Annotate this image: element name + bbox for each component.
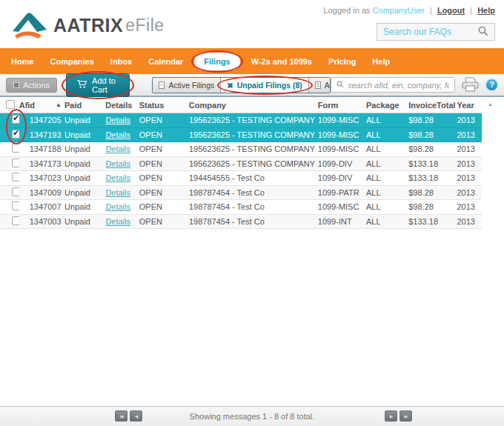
column-header-package[interactable]: Package <box>366 101 408 110</box>
nav-item[interactable]: Filings <box>191 53 242 70</box>
document-icon <box>159 81 165 89</box>
filter-button-label: Archived Filings <box>325 81 331 90</box>
filings-filter-button[interactable]: Active Filings <box>153 78 221 93</box>
actions-button[interactable]: Actions <box>6 78 57 93</box>
row-checkbox[interactable] <box>12 202 19 210</box>
row-checkbox[interactable] <box>12 159 19 167</box>
column-header-form[interactable]: Form <box>318 101 366 110</box>
row-checkbox[interactable] <box>12 130 19 139</box>
help-icon[interactable]: ? <box>485 79 498 91</box>
column-header-paid[interactable]: Paid <box>64 101 105 110</box>
row-checkbox[interactable] <box>12 173 19 182</box>
details-link[interactable]: Details <box>105 188 130 197</box>
nav-item[interactable]: Companies <box>42 57 102 66</box>
username: CompanyUser <box>373 6 425 15</box>
details-link[interactable]: Details <box>105 144 130 153</box>
row-checkbox[interactable] <box>12 115 19 124</box>
search-icon[interactable] <box>478 26 488 38</box>
cell-form: 1099-MISC <box>318 202 366 211</box>
help-link[interactable]: Help <box>477 6 495 15</box>
details-link[interactable]: Details <box>105 116 130 124</box>
table-row[interactable]: 1347007 Unpaid Details OPEN 198787454 - … <box>0 200 482 215</box>
toolbar-right: ? <box>331 76 498 93</box>
nav-item[interactable]: Help <box>364 57 398 66</box>
row-checkbox[interactable] <box>12 216 19 225</box>
column-header-status[interactable]: Status <box>139 101 189 110</box>
logout-link[interactable]: Logout <box>437 6 465 15</box>
grid-search-box[interactable] <box>331 77 455 93</box>
last-page-button[interactable]: ▶| <box>399 410 412 422</box>
cell-status: OPEN <box>139 144 189 153</box>
nav-item[interactable]: Inbox <box>102 57 140 66</box>
cell-year: 2013 <box>457 144 482 153</box>
details-link[interactable]: Details <box>105 173 130 182</box>
cell-paid: Unpaid <box>64 188 105 197</box>
nav-item[interactable]: Pricing <box>320 57 364 66</box>
cell-status: OPEN <box>139 159 189 168</box>
cell-year: 2013 <box>457 188 482 197</box>
row-checkbox[interactable] <box>12 144 19 153</box>
filings-filter-button[interactable]: Archived Filings <box>309 78 331 93</box>
cell-form: 1099-PATR <box>318 188 366 197</box>
filings-toolbar: Actions Add to Cart Active Filings <box>0 74 504 97</box>
table-row[interactable]: 1347205 Unpaid Details OPEN 195623625 - … <box>0 113 482 128</box>
filings-filter-group: Active Filings Unpaid Filings (8) Archiv… <box>152 77 331 93</box>
column-header-company[interactable]: Company <box>189 101 318 110</box>
pagination-footer: |◀ ◀ Showing messages 1 - 8 of 8 total. … <box>0 406 504 426</box>
cell-paid: Unpaid <box>64 217 105 226</box>
column-header-year[interactable]: Year <box>457 101 482 110</box>
cell-package: ALL <box>366 173 408 182</box>
cell-company: 198787454 - Test Co <box>189 217 318 226</box>
column-header-afid[interactable]: Afid ▲ <box>19 101 64 110</box>
login-status: Logged in as CompanyUser | Logout | Help <box>324 6 495 15</box>
nav-item[interactable]: Home <box>3 57 42 66</box>
faq-search-input[interactable] <box>383 27 472 37</box>
faq-search-box[interactable] <box>377 23 495 41</box>
table-row[interactable]: 1347173 Unpaid Details OPEN 195623625 - … <box>0 157 482 172</box>
table-row[interactable]: 1347188 Unpaid Details OPEN 195623625 - … <box>0 142 482 157</box>
cell-package: ALL <box>366 130 408 139</box>
filings-filter-button[interactable]: Unpaid Filings (8) <box>221 78 308 93</box>
cell-company: 194454555 - Test Co <box>189 173 318 182</box>
details-link[interactable]: Details <box>105 159 130 168</box>
cell-invoicetotal: $98.28 <box>408 188 457 197</box>
add-to-cart-button[interactable]: Add to Cart <box>66 73 130 97</box>
details-link[interactable]: Details <box>105 130 130 139</box>
details-link[interactable]: Details <box>105 217 130 226</box>
column-header-details[interactable]: Details <box>105 101 139 110</box>
details-link[interactable]: Details <box>105 202 130 211</box>
nav-item[interactable]: W-2s and 1099s <box>243 57 320 66</box>
nav-item-label: Help <box>372 57 390 66</box>
cell-invoicetotal: $133.18 <box>408 159 457 168</box>
cell-package: ALL <box>366 188 408 197</box>
row-checkbox[interactable] <box>12 187 19 196</box>
cell-afid: 1347173 <box>19 159 64 168</box>
printer-icon[interactable] <box>461 76 480 93</box>
cell-company: 198787454 - Test Co <box>189 188 318 197</box>
next-page-button[interactable]: ▶ <box>385 410 397 422</box>
table-row[interactable]: 1347003 Unpaid Details OPEN 198787454 - … <box>0 215 482 230</box>
cell-paid: Unpaid <box>64 116 105 124</box>
cell-afid: 1347003 <box>19 217 64 226</box>
sort-ascending-icon: ▲ <box>56 101 62 108</box>
cell-status: OPEN <box>139 130 189 139</box>
cell-status: OPEN <box>139 116 189 124</box>
header-right: Logged in as CompanyUser | Logout | Help <box>324 6 495 41</box>
cell-afid: 1347009 <box>19 188 64 197</box>
cell-status: OPEN <box>139 217 189 226</box>
cell-year: 2013 <box>457 130 482 139</box>
nav-item[interactable]: Calendar <box>140 57 191 66</box>
grid-search-input[interactable] <box>348 81 449 90</box>
scroll-up-icon[interactable]: ▲ <box>488 101 493 107</box>
select-all-checkbox[interactable] <box>6 100 15 109</box>
search-icon <box>336 81 344 90</box>
cell-status: OPEN <box>139 173 189 182</box>
aatrix-logo[interactable]: AATRIX eFile <box>10 9 165 41</box>
cell-year: 2013 <box>457 202 482 211</box>
cell-company: 195623625 - TESTING COMPANY <box>189 116 318 124</box>
table-row[interactable]: 1347193 Unpaid Details OPEN 195623625 - … <box>0 128 482 143</box>
table-row[interactable]: 1347023 Unpaid Details OPEN 194454555 - … <box>0 171 482 186</box>
add-to-cart-label: Add to Cart <box>92 76 119 94</box>
column-header-invoicetotal[interactable]: InvoiceTotal <box>408 101 457 110</box>
table-row[interactable]: 1347009 Unpaid Details OPEN 198787454 - … <box>0 186 482 201</box>
